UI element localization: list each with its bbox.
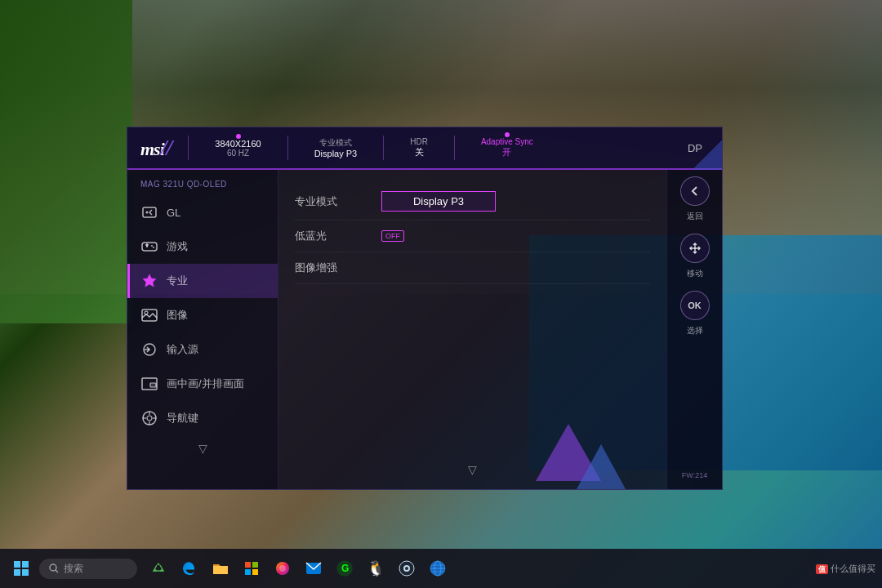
taskbar-icon-steam[interactable]	[392, 554, 421, 583]
svg-point-18	[147, 416, 152, 421]
taskbar-icon-browser[interactable]	[423, 554, 452, 583]
taskbar-icon-penguin[interactable]: 🐧	[361, 554, 390, 583]
taskbar-app-icons: G 🐧	[144, 554, 452, 583]
osd-nav: MAG 321U QD-OLED GL	[127, 170, 278, 489]
header-divider-1	[188, 136, 189, 160]
msi-logo-slash: //	[161, 135, 172, 160]
svg-line-3	[149, 212, 152, 215]
model-name: MAG 321U QD-OLED	[127, 176, 278, 195]
svg-rect-31	[245, 562, 251, 568]
taskbar-icon-recycle[interactable]	[144, 554, 173, 583]
taskbar-icon-edge[interactable]	[175, 554, 204, 583]
pro-mode-selected: Display P3	[381, 191, 496, 212]
image-icon	[140, 306, 158, 324]
row-pro-mode[interactable]: 专业模式 Display P3	[295, 183, 650, 220]
taskbar-icon-photos[interactable]	[268, 554, 297, 583]
refresh-value: 60 HZ	[227, 149, 249, 158]
nav-item-input[interactable]: 输入源	[127, 332, 278, 367]
row-blue-light[interactable]: 低蓝光 OFF	[295, 220, 650, 252]
header-pro-mode: 专业模式 Display P3	[305, 137, 368, 158]
nav-scroll-down[interactable]: ▽	[127, 435, 278, 461]
pro-mode-value: Display P3	[314, 149, 358, 158]
row-image-enhance[interactable]: 图像增强	[295, 252, 650, 284]
row-pro-mode-label: 专业模式	[295, 194, 368, 209]
svg-line-30	[56, 570, 58, 572]
svg-point-29	[50, 564, 56, 571]
svg-rect-25	[14, 561, 20, 568]
header-hdr: HDR 关	[400, 137, 438, 158]
nav-label-pip: 画中画/并排画面	[167, 376, 244, 391]
svg-rect-28	[22, 569, 29, 576]
osd-controls: 返回 移动 OK 选择 FW:214	[666, 170, 722, 489]
firmware-label: FW:214	[682, 471, 707, 483]
svg-point-9	[153, 247, 154, 248]
nav-item-pip[interactable]: 画中画/并排画面	[127, 367, 278, 401]
resolution-indicator	[236, 134, 241, 139]
pro-mode-label: 专业模式	[319, 137, 352, 149]
osd-body: MAG 321U QD-OLED GL	[127, 170, 722, 489]
svg-rect-33	[245, 569, 251, 575]
ctrl-select-label: 选择	[687, 325, 703, 336]
msi-logo: msi//	[140, 135, 172, 161]
svg-point-1	[146, 212, 149, 214]
off-badge: OFF	[381, 230, 404, 242]
deco-triangle-blue	[577, 444, 626, 489]
ctrl-move-btn[interactable]	[680, 234, 710, 263]
search-placeholder: 搜索	[64, 562, 83, 576]
svg-text:G: G	[341, 563, 349, 574]
ctrl-ok-symbol: OK	[688, 301, 702, 310]
row-blue-light-label: 低蓝光	[295, 229, 368, 243]
nav-item-gl[interactable]: GL	[127, 195, 278, 229]
hdr-value: 关	[415, 146, 424, 158]
bg-green-left	[0, 0, 132, 323]
start-button[interactable]	[7, 554, 36, 583]
nav-item-pro[interactable]: 专业	[127, 264, 278, 298]
header-divider-4	[454, 136, 455, 160]
gaming-icon	[140, 238, 158, 256]
zhidemai-label: 什么值得买	[831, 564, 875, 573]
osd-main-content: 专业模式 Display P3 低蓝光 OFF 图像增强 ▽	[278, 170, 666, 489]
svg-marker-10	[143, 274, 156, 287]
gl-icon	[140, 203, 158, 221]
taskbar-icon-explorer[interactable]	[206, 554, 235, 583]
nav-down-arrow: ▽	[198, 442, 207, 455]
zhidemai-text: 值 什么值得买	[816, 563, 875, 575]
input-icon	[140, 341, 158, 359]
nav-item-navkeys[interactable]: 导航键	[127, 401, 278, 435]
navkeys-icon	[140, 409, 158, 427]
taskbar-icon-store[interactable]	[237, 554, 266, 583]
svg-rect-26	[22, 561, 29, 568]
svg-rect-32	[252, 562, 258, 568]
adaptive-sync-label: Adaptive Sync	[481, 137, 533, 146]
header-divider-2	[287, 136, 288, 160]
adaptive-sync-value: 开	[502, 146, 511, 158]
row-image-enhance-label: 图像增强	[295, 261, 368, 275]
ctrl-move-label: 移动	[687, 268, 703, 279]
osd-corner-deco	[657, 127, 722, 170]
monitor-osd: msi// 3840X2160 60 HZ 专业模式 Display P3 HD…	[127, 127, 723, 490]
ctrl-back-btn[interactable]	[680, 176, 710, 206]
pro-icon	[140, 272, 158, 290]
nav-item-gaming[interactable]: 游戏	[127, 229, 278, 264]
nav-label-gl: GL	[167, 207, 180, 219]
svg-rect-4	[142, 243, 157, 251]
nav-label-input: 输入源	[167, 342, 198, 357]
resolution-value: 3840X2160	[215, 139, 261, 149]
svg-point-42	[405, 567, 408, 570]
taskbar: 搜索	[0, 549, 882, 588]
taskbar-search[interactable]: 搜索	[39, 559, 137, 579]
ctrl-ok-btn[interactable]: OK	[680, 291, 710, 320]
nav-item-image[interactable]: 图像	[127, 298, 278, 332]
nav-label-image: 图像	[167, 308, 188, 323]
taskbar-icon-mail[interactable]	[299, 554, 328, 583]
svg-line-2	[149, 210, 152, 212]
taskbar-right: 值 什么值得买	[816, 563, 875, 575]
taskbar-icon-ghub[interactable]: G	[330, 554, 359, 583]
svg-point-8	[151, 245, 153, 247]
nav-label-navkeys: 导航键	[167, 411, 198, 425]
ctrl-back-label: 返回	[687, 211, 703, 222]
osd-header: msi// 3840X2160 60 HZ 专业模式 Display P3 HD…	[127, 127, 722, 170]
main-scroll-arrow[interactable]: ▽	[468, 463, 477, 476]
header-adaptive-sync: Adaptive Sync 开	[471, 137, 543, 158]
hdr-label: HDR	[410, 137, 428, 146]
